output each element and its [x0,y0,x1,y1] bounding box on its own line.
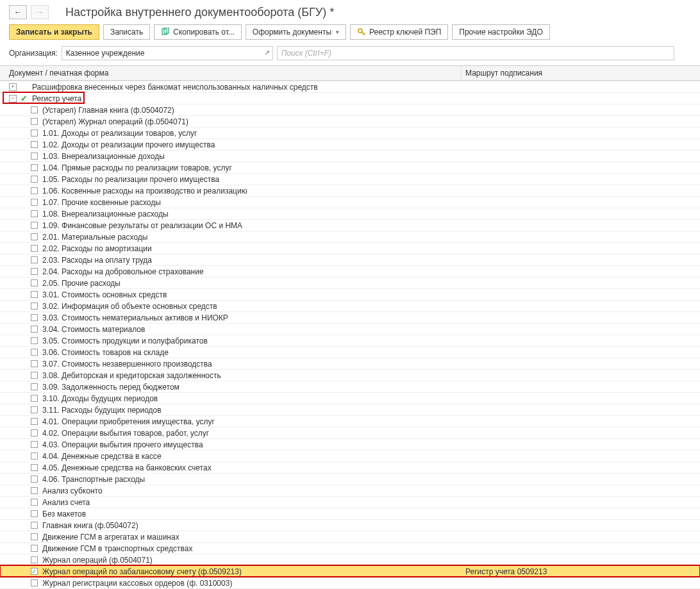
tree-row[interactable]: 2.03. Расходы на оплату труда [0,254,700,265]
checkbox-empty[interactable] [29,406,38,415]
tree-row[interactable]: 3.02. Информация об объекте основных сре… [0,300,700,311]
checkbox-empty[interactable] [29,163,38,172]
checkbox-empty[interactable] [29,279,38,288]
tree-row[interactable]: (Устарел) Журнал операций (ф.0504071) [0,115,700,127]
tree-row[interactable]: 3.05. Стоимость продукции и полуфабрикат… [0,335,700,346]
search-input[interactable]: Поиск (Ctrl+F) [277,46,674,60]
checkbox-empty[interactable] [29,290,38,299]
checkbox-empty[interactable] [29,533,38,542]
checkbox-empty[interactable] [29,371,38,380]
tree-row[interactable]: 1.09. Финансовые результаты от реализаци… [0,219,700,231]
checkbox-empty[interactable] [29,256,38,265]
tree-row[interactable]: Анализ субконто [0,485,700,496]
checkbox-empty[interactable] [29,452,38,461]
checkbox-empty[interactable] [29,244,38,253]
checkbox-checked[interactable]: ✓ [29,567,38,576]
checkbox-empty[interactable] [29,463,38,472]
tree-row[interactable]: −✓Регистр учета [0,92,700,104]
column-header-document[interactable]: Документ / печатная форма [0,66,462,80]
checkbox-empty[interactable] [29,417,38,426]
tree-row[interactable]: 1.04. Прямые расходы по реализации товар… [0,162,700,173]
checkmark-icon[interactable]: ✓ [19,94,28,103]
checkbox-empty[interactable] [29,313,38,322]
other-edo-button[interactable]: Прочие настройки ЭДО [452,24,550,40]
checkbox-empty[interactable] [29,521,38,530]
tree-row[interactable]: 3.07. Стоимость незавершенного производс… [0,358,700,369]
checkbox-empty[interactable] [29,360,38,369]
tree-row[interactable]: 2.04. Расходы на добровольное страховани… [0,265,700,277]
organization-input[interactable]: Казенное учреждение ↗ [62,46,273,60]
tree-row[interactable]: 4.04. Денежные средства в кассе [0,450,700,461]
checkbox-none[interactable] [19,83,28,92]
tree-row[interactable]: 1.05. Расходы по реализации прочего имущ… [0,173,700,185]
checkbox-empty[interactable] [29,498,38,507]
column-header-route[interactable]: Маршрут подписания [462,66,700,80]
tree-row[interactable]: 1.08. Внереализационные расходы [0,208,700,219]
tree-row[interactable]: 4.06. Транспортные расходы [0,473,700,485]
tree-row[interactable]: 2.02. Расходы по амортизации [0,242,700,254]
tree-row[interactable]: Главная книга (ф.0504072) [0,519,700,531]
tree-row[interactable]: 4.01. Операции приобретения имущества, у… [0,415,700,427]
checkbox-empty[interactable] [29,267,38,276]
copy-from-button[interactable]: Скопировать от... [154,24,242,40]
tree-row[interactable]: 3.06. Стоимость товаров на складе [0,346,700,358]
save-button[interactable]: Записать [103,24,150,40]
expand-icon[interactable]: + [9,83,17,91]
tree-row[interactable]: Движение ГСМ в транспортных средствах [0,542,700,554]
checkbox-empty[interactable] [29,233,38,242]
tree-row[interactable]: 2.01. Материальные расходы [0,231,700,242]
tree-row[interactable]: 4.05. Денежные средства на банковских сч… [0,461,700,473]
save-and-close-button[interactable]: Записать и закрыть [9,24,99,40]
checkbox-empty[interactable] [29,221,38,230]
tree-row[interactable]: 1.07. Прочие косвенные расходы [0,196,700,208]
checkbox-empty[interactable] [29,302,38,311]
checkbox-empty[interactable] [29,140,38,149]
tree-row[interactable]: 3.01. Стоимость основных средств [0,288,700,300]
checkbox-empty[interactable] [29,475,38,484]
checkbox-empty[interactable] [29,152,38,161]
tree-row[interactable]: 3.04. Стоимость материалов [0,323,700,335]
checkbox-empty[interactable] [29,348,38,357]
checkbox-empty[interactable] [29,106,38,115]
checkbox-empty[interactable] [29,210,38,219]
checkbox-empty[interactable] [29,187,38,195]
make-documents-button[interactable]: Оформить документы▾ [246,24,346,40]
tree-row[interactable]: +Расшифровка внесенных через банкомат не… [0,81,700,92]
tree-row[interactable]: Журнал операций (ф.0504071) [0,554,700,565]
pep-keys-button[interactable]: Реестр ключей ПЭП [350,24,448,40]
checkbox-empty[interactable] [29,325,38,334]
tree-row[interactable]: 3.11. Расходы будущих периодов [0,404,700,415]
open-card-icon[interactable]: ↗ [264,49,270,57]
checkbox-empty[interactable] [29,117,38,126]
checkbox-empty[interactable] [29,510,38,518]
tree-row[interactable]: Анализ счета [0,496,700,508]
tree-row[interactable]: ✓Журнал операций по забалансовому счету … [0,565,700,577]
tree-row[interactable]: (Устарел) Главная книга (ф.0504072) [0,104,700,115]
checkbox-empty[interactable] [29,336,38,345]
nav-back-button[interactable]: ← [9,5,27,19]
checkbox-empty[interactable] [29,175,38,184]
tree-row[interactable]: 1.06. Косвенные расходы на производство … [0,185,700,196]
tree-row[interactable]: 3.09. Задолженность перед бюджетом [0,381,700,392]
checkbox-empty[interactable] [29,579,38,588]
checkbox-empty[interactable] [29,394,38,403]
checkbox-empty[interactable] [29,129,38,138]
checkbox-empty[interactable] [29,556,38,565]
checkbox-empty[interactable] [29,429,38,438]
tree-row[interactable]: 1.01. Доходы от реализации товаров, услу… [0,127,700,138]
tree-row[interactable]: 3.03. Стоимость нематериальных активов и… [0,311,700,323]
tree-row[interactable]: Без макетов [0,508,700,519]
nav-forward-button[interactable]: → [31,5,49,19]
tree-row[interactable]: Движение ГСМ в агрегатах и машинах [0,531,700,542]
tree-row[interactable]: 1.03. Внереализационные доходы [0,150,700,162]
checkbox-empty[interactable] [29,198,38,207]
tree-row[interactable]: 4.03. Операции выбытия прочего имущества [0,438,700,450]
checkbox-empty[interactable] [29,440,38,449]
tree-row[interactable]: Журнал регистрации кассовых ордеров (ф. … [0,577,700,588]
tree-row[interactable]: 4.02. Операции выбытия товаров, работ, у… [0,427,700,438]
checkbox-empty[interactable] [29,486,38,495]
checkbox-empty[interactable] [29,383,38,392]
tree-row[interactable]: 3.08. Дебиторская и кредиторская задолже… [0,369,700,381]
tree-row[interactable]: 1.02. Доходы от реализации прочего имуще… [0,138,700,150]
tree-row[interactable]: 2.05. Прочие расходы [0,277,700,288]
